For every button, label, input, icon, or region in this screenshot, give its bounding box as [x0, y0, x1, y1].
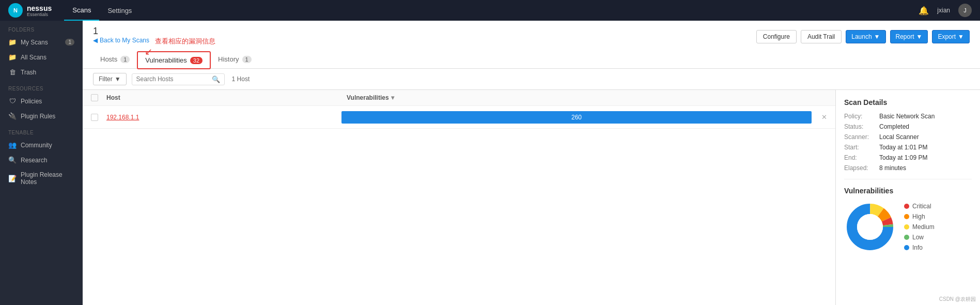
sidebar-label-pluginrules: Plugin Rules — [21, 113, 55, 120]
sidebar-label-myscans: My Scans — [21, 39, 48, 46]
annotation-arrow-icon: ↙ — [145, 46, 152, 57]
sidebar: FOLDERS 📁 My Scans 1 📁 All Scans 🗑 Trash… — [0, 21, 83, 305]
donut-chart — [844, 201, 896, 253]
scan-details-title: Scan Details — [844, 98, 972, 106]
nav-settings[interactable]: Settings — [99, 0, 140, 21]
status-label: Status: — [844, 123, 875, 130]
sidebar-item-allscans[interactable]: 📁 All Scans — [0, 50, 83, 65]
export-dropdown-icon: ▼ — [958, 33, 964, 40]
filter-bar: Filter ▼ 🔍 1 Host — [83, 69, 980, 90]
trash-icon: 🗑 — [8, 68, 17, 76]
sidebar-label-community: Community — [21, 142, 52, 149]
policies-icon: 🛡 — [8, 97, 17, 105]
filter-button[interactable]: Filter ▼ — [93, 73, 127, 85]
legend: Critical High Medium Low — [904, 203, 935, 251]
configure-button[interactable]: Configure — [756, 30, 797, 43]
host-count: 1 Host — [232, 75, 250, 83]
row-checkbox[interactable] — [91, 114, 98, 121]
tab-history[interactable]: History 1 — [211, 51, 259, 68]
app-sub: Essentials — [27, 12, 52, 17]
scan-title-area: 1 ◀ Back to My Scans — [93, 26, 149, 47]
detail-policy: Policy: Basic Network Scan — [844, 113, 972, 120]
notes-icon: 📝 — [8, 175, 17, 182]
history-count-badge: 1 — [242, 56, 252, 63]
right-panel: Scan Details Policy: Basic Network Scan … — [835, 90, 980, 305]
scan-title: 1 — [93, 26, 149, 37]
user-avatar[interactable]: J — [958, 4, 972, 17]
resources-label: RESOURCES — [0, 80, 83, 94]
info-label: Info — [912, 244, 923, 251]
row-checkbox-col — [91, 114, 106, 121]
username[interactable]: jxian — [937, 7, 950, 14]
medium-label: Medium — [912, 223, 935, 231]
sidebar-item-community[interactable]: 👥 Community — [0, 138, 83, 152]
elapsed-value: 8 minutes — [879, 164, 906, 172]
research-icon: 🔍 — [8, 156, 17, 164]
logo: N nessus Essentials — [8, 3, 52, 18]
detail-scanner: Scanner: Local Scanner — [844, 133, 972, 141]
logo-text-area: nessus Essentials — [27, 4, 52, 17]
donut-svg — [844, 201, 896, 253]
nav-links: Scans Settings — [64, 0, 140, 21]
watermark: CSDN @农耕园 — [939, 296, 976, 303]
policy-value: Basic Network Scan — [879, 113, 935, 120]
select-all-checkbox[interactable] — [91, 94, 98, 101]
host-ip[interactable]: 192.168.1.1 — [106, 114, 139, 121]
high-dot — [904, 214, 909, 219]
table-row[interactable]: 192.168.1.1 260 ✕ — [83, 106, 835, 129]
high-label: High — [912, 213, 925, 220]
folder-icon-all: 📁 — [8, 53, 17, 61]
sidebar-label-policies: Policies — [21, 98, 42, 105]
panel-divider — [844, 179, 972, 179]
critical-dot — [904, 204, 909, 209]
nav-scans[interactable]: Scans — [64, 0, 99, 21]
legend-info: Info — [904, 244, 935, 251]
sidebar-item-research[interactable]: 🔍 Research — [0, 152, 83, 167]
end-label: End: — [844, 154, 875, 161]
tabs-row: Hosts 1 Vulnerabilities 32 History 1 — [93, 51, 259, 68]
bell-icon[interactable]: 🔔 — [919, 6, 929, 16]
vulnerabilities-title: Vulnerabilities — [844, 187, 972, 195]
search-icon: 🔍 — [212, 75, 220, 83]
vuln-bar-cell[interactable]: 260 — [341, 111, 812, 124]
search-input[interactable] — [136, 75, 209, 83]
logo-icon: N — [8, 3, 23, 18]
critical-label: Critical — [912, 203, 931, 210]
annotation-area: 查看相应的漏洞信息 ↙ Hosts 1 Vulnerabilities 32 H… — [93, 51, 259, 68]
hosts-count-badge: 1 — [120, 56, 130, 63]
sidebar-item-policies[interactable]: 🛡 Policies — [0, 94, 83, 109]
report-button[interactable]: Report ▼ — [890, 30, 928, 43]
legend-medium: Medium — [904, 223, 935, 231]
sidebar-item-trash[interactable]: 🗑 Trash — [0, 65, 83, 80]
sidebar-item-myscans[interactable]: 📁 My Scans 1 — [0, 35, 83, 50]
content-area: 1 ◀ Back to My Scans Configure Audit Tra… — [83, 21, 980, 305]
audit-trail-button[interactable]: Audit Trail — [801, 30, 842, 43]
row-close-button[interactable]: ✕ — [812, 113, 827, 121]
low-dot — [904, 235, 909, 240]
back-link[interactable]: ◀ Back to My Scans — [93, 37, 149, 44]
nav-right: 🔔 jxian J — [919, 4, 972, 17]
vuln-bar[interactable]: 260 — [341, 111, 812, 124]
top-navigation: N nessus Essentials Scans Settings 🔔 jxi… — [0, 0, 980, 21]
header-vuln-col[interactable]: Vulnerabilities ▾ — [347, 94, 827, 101]
detail-status: Status: Completed — [844, 123, 972, 130]
sidebar-label-research: Research — [21, 157, 47, 164]
launch-dropdown-icon: ▼ — [874, 33, 880, 40]
medium-dot — [904, 224, 909, 230]
tab-hosts[interactable]: Hosts 1 — [93, 51, 137, 68]
header-host-col: Host — [106, 94, 347, 101]
launch-button[interactable]: Launch ▼ — [846, 30, 885, 43]
sidebar-label-pluginnotes: Plugin Release Notes — [21, 171, 74, 186]
sidebar-item-pluginrules[interactable]: 🔌 Plugin Rules — [0, 109, 83, 124]
sidebar-item-pluginnotes[interactable]: 📝 Plugin Release Notes — [0, 167, 83, 189]
end-value: Today at 1:09 PM — [879, 154, 927, 161]
elapsed-label: Elapsed: — [844, 164, 875, 172]
plugin-icon: 🔌 — [8, 112, 17, 120]
table-left: Host Vulnerabilities ▾ 192.168.1.1 — [83, 90, 835, 305]
status-value: Completed — [879, 123, 909, 130]
myscans-badge: 1 — [65, 39, 74, 45]
detail-elapsed: Elapsed: 8 minutes — [844, 164, 972, 172]
info-dot — [904, 245, 909, 250]
export-button[interactable]: Export ▼ — [932, 30, 970, 43]
report-dropdown-icon: ▼ — [916, 33, 923, 40]
